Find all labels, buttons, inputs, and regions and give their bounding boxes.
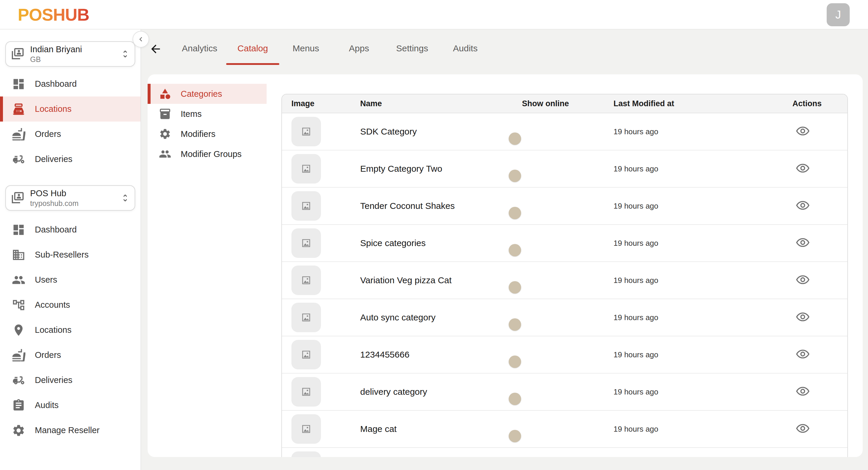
reseller-name: POS Hub [30,188,120,199]
user-avatar[interactable]: J [827,3,850,26]
last-modified: 19 hours ago [614,164,793,173]
category-name: Tender Coconut Shakes [360,201,522,211]
sidebar-collapse-button[interactable] [132,31,149,47]
sidebar-item-label: Deliveries [35,375,72,385]
sidebar-merchant-item-orders[interactable]: Orders [0,122,141,147]
sidebar: Indian Briyani GB DashboardLocationsOrde… [0,30,141,470]
sidebar-item-label: Locations [35,325,71,335]
column-header-actions: Actions [793,99,838,108]
sidebar-item-label: Users [35,275,57,285]
moped-icon [12,373,25,387]
reseller-selector[interactable]: POS Hub tryposhub.com [5,185,135,211]
table-row-empty-category-two: Empty Category Two19 hours ago [282,150,847,188]
domain-icon [12,248,25,262]
sidebar-reseller-item-deliveries[interactable]: Deliveries [0,368,141,393]
sidebar-reseller-item-locations[interactable]: Locations [0,317,141,342]
last-modified: 19 hours ago [614,202,793,211]
top-tabbar: AnalyticsCatalogMenusAppsSettingsAudits [142,30,868,68]
tab-catalog[interactable]: Catalog [226,30,279,67]
sidebar-reseller-item-audits[interactable]: Audits [0,393,141,418]
sidebar-reseller-item-orders[interactable]: Orders [0,342,141,368]
table-row-delivery-category: delivery category19 hours ago [282,373,847,411]
column-header-last-modified: Last Modified at [614,99,793,108]
table-row-auto-sync-category: Auto sync category19 hours ago [282,299,847,336]
fastfood-icon [12,348,25,362]
sidebar-item-label: Audits [35,400,59,410]
sidebar-item-label: Accounts [35,300,70,310]
table-row-sdk-category: SDK Category19 hours ago [282,113,847,150]
view-eye-icon[interactable] [796,347,810,361]
category-image-placeholder [291,414,321,444]
image-icon [300,126,312,137]
category-name: delivery category [360,387,522,397]
catalog-nav-categories[interactable]: Categories [148,84,267,104]
toggle-knob [509,393,521,405]
sidebar-reseller-item-sub-resellers[interactable]: Sub-Resellers [0,242,141,267]
sidebar-reseller-item-users[interactable]: Users [0,267,141,292]
store-account-icon [11,191,25,205]
sidebar-item-label: Dashboard [35,79,77,89]
category-name: Empty Category Two [360,164,522,174]
view-eye-icon[interactable] [796,422,810,435]
sidebar-reseller-item-manage-reseller[interactable]: Manage Reseller [0,418,141,443]
image-icon [300,163,312,175]
tab-analytics[interactable]: Analytics [173,30,226,67]
tab-audits[interactable]: Audits [439,30,492,67]
view-eye-icon[interactable] [796,273,810,287]
category-name: Spice categories [360,238,522,248]
app-header: POSHUB J [0,0,868,30]
category-image-placeholder [291,451,321,457]
tab-apps[interactable]: Apps [333,30,385,67]
merchant-name: Indian Briyani [30,44,120,55]
table-row-mage-cat: Mage cat19 hours ago [282,411,847,448]
assignment-icon [12,399,25,412]
category-image-placeholder [291,191,321,221]
category-image-placeholder [291,303,321,332]
table-row-1234455666: 123445566619 hours ago [282,336,847,373]
column-header-image: Image [291,99,360,108]
image-icon [300,423,312,435]
category-image-placeholder [291,117,321,146]
last-modified: 19 hours ago [614,313,793,322]
categories-table: Image Name Show online Last Modified at … [281,94,848,457]
view-eye-icon[interactable] [796,236,810,249]
dashboard-icon [12,223,25,237]
catalog-nav-modifiers[interactable]: Modifiers [148,124,267,144]
sidebar-merchant-item-locations[interactable]: Locations [0,97,141,122]
back-arrow-button[interactable] [149,42,162,56]
view-eye-icon[interactable] [796,124,810,138]
last-modified: 19 hours ago [614,425,793,434]
table-body: SDK Category19 hours agoEmpty Category T… [282,113,847,457]
sidebar-merchant-item-dashboard[interactable]: Dashboard [0,71,141,97]
image-icon [300,237,312,249]
catalog-nav-modifier-groups[interactable]: Modifier Groups [148,144,267,164]
store-account-icon [11,47,25,61]
sidebar-item-label: Sub-Resellers [35,250,89,260]
table-header-row: Image Name Show online Last Modified at … [282,94,847,113]
toggle-knob [509,318,521,331]
sidebar-reseller-item-accounts[interactable]: Accounts [0,292,141,317]
category-image-placeholder [291,377,321,407]
moped-icon [12,153,25,166]
catalog-nav-label: Modifier Groups [181,149,242,159]
image-icon [300,200,312,212]
last-modified: 19 hours ago [614,239,793,248]
settings-icon [12,424,25,437]
last-modified: 19 hours ago [614,276,793,285]
sidebar-merchant-item-deliveries[interactable]: Deliveries [0,147,141,172]
catalog-nav-label: Modifiers [181,129,216,139]
toggle-knob [509,244,521,257]
view-eye-icon[interactable] [796,310,810,324]
merchant-selector[interactable]: Indian Briyani GB [5,41,135,67]
catalog-nav-items[interactable]: Items [148,104,267,124]
view-eye-icon[interactable] [796,161,810,175]
settings-icon [159,128,171,140]
tab-settings[interactable]: Settings [385,30,439,67]
sidebar-reseller-item-dashboard[interactable]: Dashboard [0,217,141,242]
table-row-tender-coconut-shakes: Tender Coconut Shakes19 hours ago [282,188,847,225]
last-modified: 19 hours ago [614,388,793,397]
view-eye-icon[interactable] [796,199,810,212]
tab-menus[interactable]: Menus [279,30,333,67]
view-eye-icon[interactable] [796,384,810,398]
inventory-icon [159,108,171,120]
